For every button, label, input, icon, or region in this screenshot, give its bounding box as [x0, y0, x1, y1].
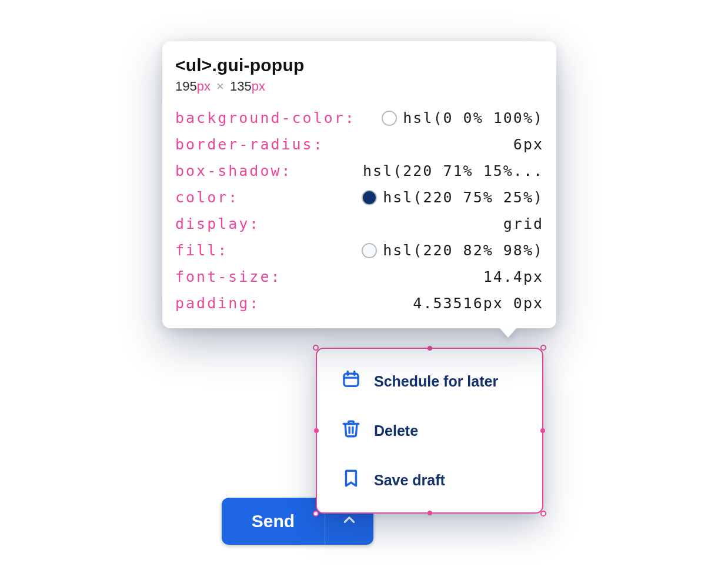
- popup-item-save-draft[interactable]: Save draft: [316, 455, 543, 505]
- css-row: border-radius 6px: [173, 131, 546, 158]
- color-swatch-icon: [382, 111, 397, 126]
- popup-item-label: Schedule for later: [374, 373, 498, 390]
- css-prop-value: hsl(220 71% 15%...: [363, 162, 543, 179]
- css-properties-list: background-color hsl(0 0% 100%) border-r…: [173, 105, 546, 317]
- css-prop-name: padding: [175, 295, 260, 312]
- devtools-inspect-tooltip: <ul>.gui-popup 195px × 135px background-…: [162, 41, 556, 328]
- calendar-icon: [341, 369, 361, 393]
- css-prop-value: 6px: [513, 136, 543, 153]
- selection-handle-icon: [540, 345, 546, 351]
- selection-handle-icon: [314, 428, 319, 433]
- selection-handle-icon: [428, 511, 432, 515]
- css-prop-name: fill: [175, 242, 228, 259]
- css-row: padding 4.53516px 0px: [173, 290, 546, 317]
- dim-unit: px: [252, 79, 265, 94]
- css-prop-value: grid: [503, 215, 543, 232]
- dim-separator: ×: [214, 79, 226, 94]
- inspect-dimensions: 195px × 135px: [173, 78, 546, 105]
- css-prop-name: box-shadow: [175, 162, 292, 179]
- chevron-up-icon: [342, 512, 357, 530]
- color-swatch-icon: [362, 243, 377, 258]
- css-prop-name: font-size: [175, 268, 282, 285]
- dim-height: 135: [230, 79, 252, 94]
- css-prop-value: hsl(220 75% 25%): [362, 189, 543, 206]
- popup-item-schedule[interactable]: Schedule for later: [316, 357, 543, 406]
- css-prop-value: hsl(0 0% 100%): [382, 109, 543, 126]
- css-prop-name: background-color: [175, 109, 356, 126]
- popup-item-label: Save draft: [374, 472, 445, 489]
- trash-icon: [341, 419, 361, 442]
- selection-handle-icon: [540, 511, 546, 517]
- send-button[interactable]: Send: [222, 498, 325, 545]
- dim-width: 195: [175, 79, 197, 94]
- css-prop-value: 4.53516px 0px: [413, 295, 543, 312]
- css-row: font-size 14.4px: [173, 264, 546, 290]
- color-swatch-icon: [362, 190, 377, 205]
- css-prop-value: hsl(220 82% 98%): [362, 242, 543, 259]
- inspect-selector-class: .gui-popup: [212, 55, 305, 75]
- css-row: display grid: [173, 211, 546, 237]
- selection-handle-icon: [313, 345, 319, 351]
- bookmark-icon: [341, 468, 361, 492]
- selection-handle-icon: [540, 428, 545, 433]
- popup-item-label: Delete: [374, 422, 418, 439]
- send-button-label: Send: [252, 511, 295, 531]
- css-row: background-color hsl(0 0% 100%): [173, 105, 546, 131]
- dim-unit: px: [197, 79, 211, 94]
- inspect-selector-tag: <ul>: [175, 55, 212, 75]
- selection-handle-icon: [428, 346, 432, 351]
- css-prop-name: color: [175, 189, 239, 206]
- gui-popup: Schedule for later Delete Save draft: [316, 348, 543, 513]
- popup-item-delete[interactable]: Delete: [316, 406, 543, 455]
- svg-rect-0: [344, 374, 358, 386]
- css-prop-value: 14.4px: [483, 268, 543, 285]
- inspect-selector: <ul>.gui-popup: [173, 55, 546, 78]
- css-row: color hsl(220 75% 25%): [173, 184, 546, 211]
- css-row: fill hsl(220 82% 98%): [173, 237, 546, 264]
- css-row: box-shadow hsl(220 71% 15%...: [173, 158, 546, 184]
- css-prop-name: display: [175, 215, 260, 232]
- selection-handle-icon: [313, 511, 319, 517]
- css-prop-name: border-radius: [175, 136, 324, 153]
